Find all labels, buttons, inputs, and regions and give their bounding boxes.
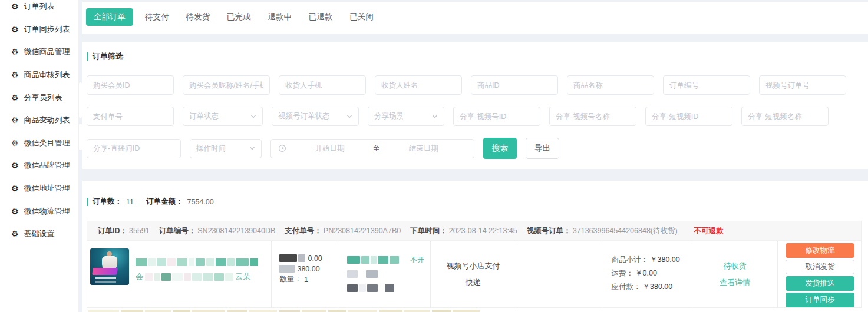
- poster-title-art: [92, 268, 118, 275]
- view-detail-link[interactable]: 查看详情: [720, 277, 750, 288]
- channel-order-no: 视频号订单：3713639964544206848(待收货): [527, 226, 678, 236]
- sidebar-item-product-changes[interactable]: ⚙商品变动列表: [0, 109, 78, 132]
- gear-icon: ⚙: [11, 116, 19, 124]
- price-line-redacted: 0.00: [279, 254, 339, 262]
- order-card: 订单ID：35591 订单编号：SN23081422139040DB 支付单号：…: [87, 221, 862, 308]
- sidebar: ⚙订单列表 ⚙订单同步列表 ⚙微信商品管理 ⚙商品审核列表 ⚙分享员列表 ⚙商品…: [0, 0, 78, 312]
- sidebar-item-label: 商品变动列表: [24, 115, 70, 125]
- gear-icon: ⚙: [11, 230, 19, 238]
- status-badge: 待收货: [724, 261, 747, 271]
- share-scene-select[interactable]: 分享场景: [368, 107, 444, 126]
- sidebar-item-label: 微信地址管理: [24, 183, 70, 194]
- sidebar-item-label: 商品审核列表: [24, 69, 70, 80]
- cancel-shipment-button[interactable]: 取消发货: [786, 260, 854, 274]
- buyer-id-input[interactable]: [87, 75, 174, 95]
- buyer-name-input[interactable]: [183, 75, 270, 95]
- gear-icon: ⚙: [11, 184, 19, 192]
- actions-cell: 修改物流 取消发货 发货推送 订单同步: [777, 241, 861, 307]
- order-sn-input[interactable]: [663, 75, 750, 95]
- share-video-name-input[interactable]: [741, 107, 829, 126]
- tab-pending-shipment[interactable]: 待发货: [186, 8, 210, 26]
- filter-row-3: 操作时间 开始日期 至 结束日期 搜索 导出: [87, 138, 868, 159]
- sidebar-item-label: 微信商品管理: [24, 47, 70, 57]
- share-liveroom-id-input[interactable]: [87, 139, 181, 158]
- sidebar-item-order-sync[interactable]: ⚙订单同步列表: [0, 18, 78, 41]
- chevron-down-icon: [346, 114, 352, 120]
- orders-list-panel: 订单数： 11 订单金额： 7554.00 订单ID：35591 订单编号：SN…: [82, 181, 868, 312]
- gear-icon: ⚙: [11, 25, 19, 34]
- tab-pending-payment[interactable]: 待支付: [145, 8, 169, 26]
- filter-title-row: 订单筛选: [87, 42, 868, 62]
- operation-time-select[interactable]: 操作时间: [190, 139, 262, 158]
- edit-logistics-button[interactable]: 修改物流: [786, 243, 854, 258]
- recipient-cell: 不开: [339, 241, 430, 307]
- payment-no: 支付单号：PN230814221390A7B0: [285, 226, 401, 236]
- clock-icon: [278, 144, 286, 152]
- tab-closed[interactable]: 已关闭: [350, 8, 374, 26]
- order-card-header: 订单ID：35591 订单编号：SN23081422139040DB 支付单号：…: [87, 221, 861, 241]
- price-fragment: 0.00: [308, 254, 322, 263]
- gear-icon: ⚙: [11, 94, 19, 102]
- export-button[interactable]: 导出: [526, 138, 559, 159]
- chevron-down-icon: [432, 114, 438, 120]
- channel-order-no-input[interactable]: [759, 75, 846, 95]
- payment-no-input[interactable]: [87, 107, 174, 126]
- title-fragment: 会: [136, 271, 143, 282]
- totals-cell: 商品小计：￥380.00 运费：￥0.00 应付款：￥380.00: [603, 241, 692, 307]
- shipment-push-button[interactable]: 发货推送: [786, 276, 854, 291]
- product-name-input[interactable]: [567, 75, 654, 95]
- date-separator: 至: [373, 144, 381, 154]
- product-cell: 会 云朵: [87, 241, 271, 307]
- redacted-title-line: 会 云朵: [136, 273, 258, 281]
- subtotal-line: 商品小计：￥380.00: [612, 256, 692, 264]
- share-channel-name-input[interactable]: [549, 107, 636, 126]
- sidebar-item-wechat-categories[interactable]: ⚙微信类目管理: [0, 132, 78, 155]
- sidebar-item-wechat-products[interactable]: ⚙微信商品管理: [0, 41, 78, 64]
- sidebar-scrollbar-thumb[interactable]: [79, 124, 82, 150]
- spacer-cell: [516, 241, 603, 307]
- sidebar-item-label: 基础设置: [24, 228, 55, 239]
- sidebar-item-sharers[interactable]: ⚙分享员列表: [0, 86, 78, 109]
- product-id-input[interactable]: [471, 75, 558, 95]
- payment-cell: 视频号小店支付 快递: [430, 241, 516, 307]
- order-status-select[interactable]: 订单状态: [183, 107, 263, 126]
- order-tabs-panel: 全部订单 待支付 待发货 已完成 退款中 已退款 已关闭: [82, 2, 868, 34]
- sidebar-item-product-review[interactable]: ⚙商品审核列表: [0, 64, 78, 87]
- date-start-placeholder[interactable]: 开始日期: [286, 144, 373, 154]
- select-placeholder: 操作时间: [196, 144, 226, 154]
- tab-refunding[interactable]: 退款中: [268, 8, 292, 26]
- redaction-blocks: [347, 284, 394, 292]
- tab-refunded[interactable]: 已退款: [309, 8, 333, 26]
- share-video-id-input[interactable]: [645, 107, 732, 126]
- payable-line: 应付款：￥380.00: [612, 283, 692, 291]
- receiver-name-input[interactable]: [375, 75, 462, 95]
- redacted-recipient-line: 不开: [347, 256, 424, 264]
- sidebar-item-orders[interactable]: ⚙订单列表: [0, 0, 78, 18]
- section-accent-bar: [87, 198, 88, 206]
- poster-subtitle-lines: [95, 277, 116, 279]
- sidebar-item-wechat-logistics[interactable]: ⚙微信物流管理: [0, 200, 78, 223]
- title-fragment: 云朵: [235, 271, 250, 282]
- sidebar-item-wechat-brands[interactable]: ⚙微信品牌管理: [0, 154, 78, 177]
- tab-completed[interactable]: 已完成: [227, 8, 251, 26]
- search-button[interactable]: 搜索: [483, 138, 517, 159]
- quantity-value: 1: [304, 276, 308, 284]
- filter-title: 订单筛选: [93, 51, 123, 62]
- tab-all-orders[interactable]: 全部订单: [86, 8, 133, 26]
- redaction-blocks: [347, 256, 399, 264]
- section-accent-bar: [87, 52, 88, 61]
- sidebar-item-label: 分享员列表: [24, 92, 62, 103]
- order-sync-button[interactable]: 订单同步: [786, 293, 854, 307]
- select-placeholder: 订单状态: [189, 111, 219, 121]
- date-range-picker[interactable]: 开始日期 至 结束日期: [270, 139, 474, 158]
- sidebar-item-wechat-addresses[interactable]: ⚙微信地址管理: [0, 177, 78, 200]
- product-title: 会 云朵: [136, 248, 258, 307]
- sidebar-scrollbar-thumb[interactable]: [79, 82, 82, 118]
- page: ⚙订单列表 ⚙订单同步列表 ⚙微信商品管理 ⚙商品审核列表 ⚙分享员列表 ⚙商品…: [0, 0, 868, 312]
- share-channel-id-input[interactable]: [453, 107, 540, 126]
- channel-order-status-select[interactable]: 视频号订单状态: [272, 107, 359, 126]
- date-end-placeholder[interactable]: 结束日期: [380, 144, 467, 154]
- sidebar-item-basic-settings[interactable]: ⚙基础设置: [0, 223, 78, 245]
- receiver-phone-input[interactable]: [279, 75, 366, 95]
- orders-count-label: 订单数：: [93, 197, 122, 207]
